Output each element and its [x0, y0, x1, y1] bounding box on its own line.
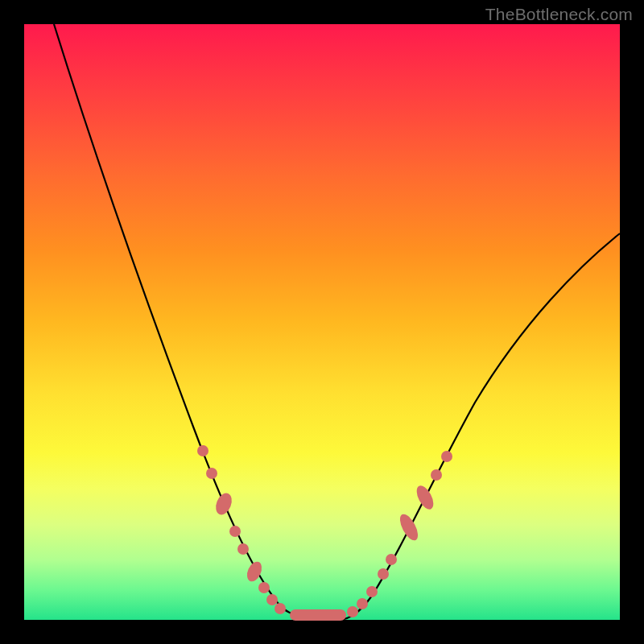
marker-dot [197, 445, 208, 456]
marker-dot [357, 598, 368, 609]
marker-dot [206, 468, 217, 479]
marker-dot [441, 451, 452, 462]
marker-pill [413, 483, 436, 512]
marker-dot [275, 603, 286, 614]
marker-dot [229, 526, 241, 537]
marker-dot [386, 554, 397, 565]
curve-path [54, 24, 620, 620]
marker-dot [366, 586, 378, 597]
watermark-text: TheBottleneck.com [485, 5, 633, 24]
plot-area [24, 24, 620, 620]
marker-pill-valley [290, 609, 346, 621]
bottleneck-curve [24, 24, 620, 620]
marker-dot [266, 594, 278, 605]
marker-pill [213, 491, 234, 518]
marker-dot [431, 469, 442, 481]
marker-dot [347, 606, 358, 617]
marker-dot [237, 543, 249, 555]
marker-pill [396, 511, 421, 543]
marker-dot [378, 568, 389, 580]
marker-dot [258, 582, 270, 593]
